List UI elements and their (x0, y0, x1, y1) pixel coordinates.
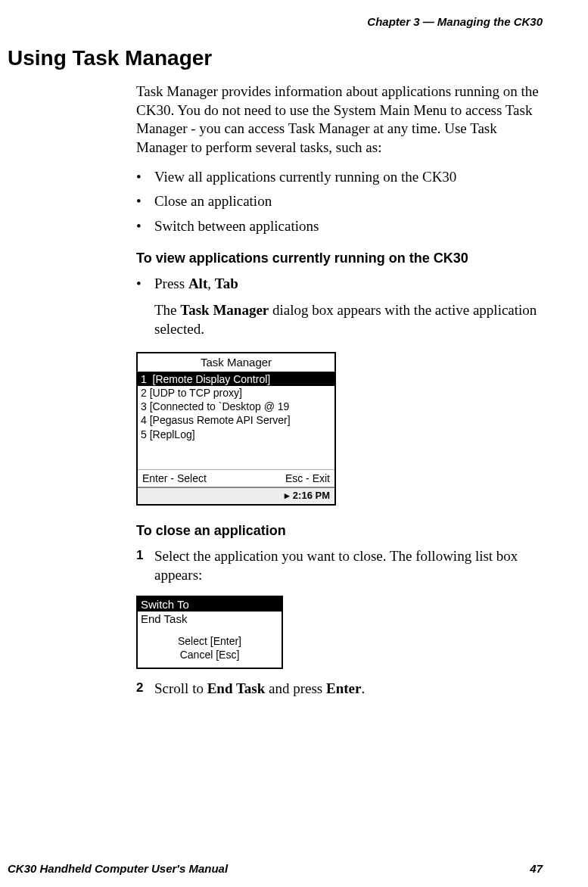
subhead-close-app: To close an application (136, 522, 543, 540)
task-row[interactable]: 4 [Pegasus Remote API Server] (138, 413, 334, 427)
step-1: 1 Select the application you want to clo… (136, 547, 543, 584)
step-press-keys: Press Alt, Tab The Task Manager dialog b… (136, 275, 543, 338)
context-help: Select [Enter] Cancel [Esc] (138, 627, 282, 668)
text: . (361, 680, 365, 696)
step-number: 1 (136, 547, 143, 564)
step-2: 2 Scroll to End Task and press Enter. (136, 680, 543, 699)
bullet-item: Close an application (136, 192, 543, 211)
task-index: 1 (141, 373, 147, 385)
task-manager-list[interactable]: 1 [Remote Display Control] 2 [UDP to TCP… (138, 372, 334, 469)
text: Press (154, 275, 188, 291)
intro-bullets: View all applications currently running … (136, 168, 543, 236)
task-index: 3 (141, 400, 147, 412)
arrow-right-icon: ▸ (285, 490, 290, 503)
key-tab: Tab (215, 275, 238, 291)
help-select: Select [Enter] (138, 634, 282, 648)
task-index: 4 (141, 414, 147, 426)
task-row[interactable]: 1 [Remote Display Control] (138, 372, 334, 386)
section-title: Using Task Manager (8, 46, 543, 70)
page-number: 47 (530, 862, 543, 875)
task-manager-title: Task Manager (138, 353, 334, 372)
context-menu: Switch To End Task Select [Enter] Cancel… (136, 596, 283, 669)
result-text: The Task Manager dialog box appears with… (154, 301, 543, 338)
task-manager-help: Enter - Select Esc - Exit (138, 469, 334, 487)
step-text: Select the application you want to close… (154, 548, 518, 583)
text: Scroll to (154, 680, 207, 696)
task-index: 5 (141, 428, 147, 440)
text: End Task (207, 680, 266, 696)
step-number: 2 (136, 680, 143, 696)
help-esc: Esc - Exit (285, 472, 330, 485)
context-list[interactable]: Switch To End Task (138, 597, 282, 627)
task-index: 2 (141, 387, 147, 399)
intro-paragraph: Task Manager provides information about … (136, 82, 543, 157)
text: , (207, 275, 215, 291)
task-row[interactable]: 5 [ReplLog] (138, 428, 334, 441)
help-enter: Enter - Select (142, 472, 207, 485)
task-row[interactable]: 3 [Connected to `Desktop @ 19 (138, 400, 334, 413)
text: The (154, 302, 180, 318)
running-head: Chapter 3 — Managing the CK30 (8, 15, 543, 28)
task-row[interactable]: 2 [UDP to TCP proxy] (138, 386, 334, 400)
text: Task Manager (180, 302, 269, 318)
bullet-item: Switch between applications (136, 217, 543, 236)
text: and press (265, 680, 326, 696)
context-item-switch-to[interactable]: Switch To (138, 597, 282, 612)
task-label: [ReplLog] (150, 428, 195, 440)
clock-time: 2:16 PM (293, 490, 330, 501)
context-item-end-task[interactable]: End Task (138, 612, 282, 627)
task-manager-dialog: Task Manager 1 [Remote Display Control] … (136, 352, 336, 506)
key-alt: Alt (188, 275, 207, 291)
task-label: [Pegasus Remote API Server] (150, 414, 291, 426)
bullet-item: View all applications currently running … (136, 168, 543, 187)
text: Enter (326, 680, 361, 696)
task-label: [UDP to TCP proxy] (150, 387, 242, 399)
task-label: [Remote Display Control] (153, 373, 271, 385)
task-label: [Connected to `Desktop @ 19 (150, 400, 290, 412)
help-cancel: Cancel [Esc] (138, 648, 282, 661)
task-manager-statusbar: ▸2:16 PM (138, 487, 334, 504)
subhead-view-apps: To view applications currently running o… (136, 250, 543, 267)
footer-left: CK30 Handheld Computer User's Manual (8, 862, 228, 875)
